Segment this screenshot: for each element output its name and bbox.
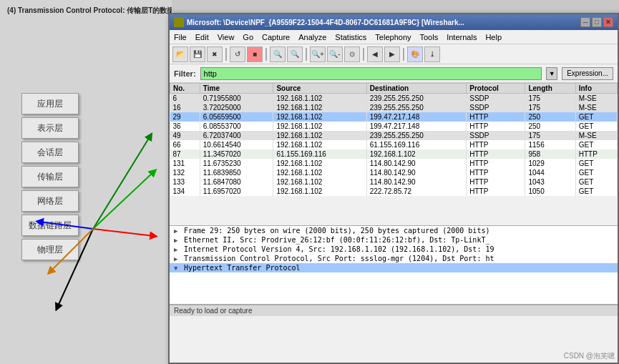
cell-info: M-SE bbox=[575, 103, 617, 112]
svg-line-5 bbox=[93, 172, 154, 229]
menu-item-help[interactable]: Help bbox=[484, 33, 503, 41]
cell-info: GET bbox=[575, 187, 617, 196]
toolbar-prev-packet[interactable]: ◀ bbox=[367, 46, 383, 62]
filter-input[interactable] bbox=[200, 67, 542, 80]
detail-row[interactable]: ▶Frame 29: 250 bytes on wire (2000 bits)… bbox=[170, 226, 618, 235]
detail-text: Frame 29: 250 bytes on wire (2000 bits),… bbox=[184, 227, 489, 235]
menu-item-internals[interactable]: Internals bbox=[445, 33, 478, 41]
table-row[interactable]: 163.72025000192.168.1.102239.255.255.250… bbox=[170, 103, 618, 112]
cell-proto: HTTP bbox=[467, 112, 525, 122]
top-label: (4) Transmission Control Protocol: 传输层T的… bbox=[7, 6, 172, 16]
table-row[interactable]: 8711.345702061.155.169.116192.168.1.102H… bbox=[170, 149, 618, 159]
detail-row[interactable]: ▶Internet Protocol Version 4, Src: 192.1… bbox=[170, 245, 618, 254]
expander-icon: ▶ bbox=[174, 227, 181, 235]
table-row[interactable]: 13411.6957020192.168.1.102222.72.85.72HT… bbox=[170, 187, 618, 196]
cell-time: 6.72037400 bbox=[200, 131, 273, 140]
maximize-button[interactable]: □ bbox=[592, 17, 602, 27]
cell-proto: HTTP bbox=[467, 140, 525, 149]
cell-dest: 192.168.1.102 bbox=[366, 149, 467, 159]
toolbar-close[interactable]: ✖ bbox=[207, 46, 223, 62]
title-bar: Microsoft: \Device\NPF_{A9559F22-1504-4F… bbox=[170, 14, 618, 30]
cell-dest: 114.80.142.90 bbox=[366, 168, 467, 177]
minimize-button[interactable]: ─ bbox=[580, 17, 590, 27]
col-time: Time bbox=[200, 84, 273, 94]
cell-time: 11.6957020 bbox=[200, 187, 273, 196]
col-no: No. bbox=[170, 84, 200, 94]
cell-no: 29 bbox=[170, 112, 200, 122]
cell-proto: HTTP bbox=[467, 177, 525, 187]
cell-source: 61.155.169.116 bbox=[273, 149, 366, 159]
toolbar-zoom-out[interactable]: 🔍- bbox=[327, 46, 343, 62]
table-row[interactable]: 496.72037400192.168.1.102239.255.255.250… bbox=[170, 131, 618, 140]
expander-icon: ▶ bbox=[174, 246, 181, 253]
cell-info: GET bbox=[575, 140, 617, 149]
cell-len: 1043 bbox=[525, 177, 575, 187]
cell-proto: HTTP bbox=[467, 149, 525, 159]
col-dest: Destination bbox=[366, 84, 467, 94]
menu-item-analyze[interactable]: Analyze bbox=[297, 33, 328, 41]
menu-item-telephony[interactable]: Telephony bbox=[374, 33, 412, 41]
table-row[interactable]: 60.71955800192.168.1.102239.255.255.250S… bbox=[170, 94, 618, 104]
toolbar: 📂 💾 ✖ ↺ ■ 🔍 🔍 🔍+ 🔍- ⊙ ◀ ▶ 🎨 ⤓ bbox=[170, 44, 618, 64]
packet-list[interactable]: No. Time Source Destination Protocol Len… bbox=[170, 83, 618, 226]
toolbar-next-packet[interactable]: ▶ bbox=[384, 46, 400, 62]
cell-time: 11.6839850 bbox=[200, 168, 273, 177]
toolbar-auto-scroll[interactable]: ⤓ bbox=[424, 46, 440, 62]
cell-no: 6 bbox=[170, 94, 200, 104]
cell-time: 3.72025000 bbox=[200, 103, 273, 112]
table-row[interactable]: 13211.6839850192.168.1.102114.80.142.90H… bbox=[170, 168, 618, 177]
layer-表示层: 表示层 bbox=[21, 117, 79, 139]
menu-item-capture[interactable]: Capture bbox=[260, 33, 291, 41]
toolbar-stop[interactable]: ■ bbox=[247, 46, 263, 62]
cell-info: GET bbox=[575, 159, 617, 168]
menu-item-tools[interactable]: Tools bbox=[419, 33, 440, 41]
filter-dropdown[interactable]: ▼ bbox=[546, 67, 557, 80]
toolbar-open[interactable]: 📂 bbox=[172, 46, 188, 62]
expander-icon: ▼ bbox=[174, 265, 181, 272]
close-button[interactable]: ✕ bbox=[603, 17, 613, 27]
cell-source: 192.168.1.102 bbox=[273, 177, 366, 187]
toolbar-zoom-normal[interactable]: ⊙ bbox=[344, 46, 360, 62]
menu-item-go[interactable]: Go bbox=[241, 33, 255, 41]
cell-dest: 222.72.85.72 bbox=[366, 187, 467, 196]
expression-button[interactable]: Expression... bbox=[562, 67, 613, 80]
table-row[interactable]: 6610.6614540192.168.1.10261.155.169.116H… bbox=[170, 140, 618, 149]
menu-item-statistics[interactable]: Statistics bbox=[333, 33, 368, 41]
detail-row[interactable]: ▶Transmission Control Protocol, Src Port… bbox=[170, 254, 618, 263]
col-source: Source bbox=[273, 84, 366, 94]
svg-line-0 bbox=[93, 136, 150, 229]
cell-dest: 114.80.142.90 bbox=[366, 159, 467, 168]
toolbar-colorize[interactable]: 🎨 bbox=[407, 46, 423, 62]
cell-len: 250 bbox=[525, 122, 575, 131]
cell-no: 132 bbox=[170, 168, 200, 177]
cell-proto: HTTP bbox=[467, 187, 525, 196]
toolbar-refresh[interactable]: ↺ bbox=[230, 46, 245, 62]
toolbar-zoom-in[interactable]: 🔍+ bbox=[310, 46, 326, 62]
cell-no: 16 bbox=[170, 103, 200, 112]
osi-layers: 应用层表示层会话层传输层网络层数据链路层物理层 bbox=[21, 93, 79, 260]
cell-dest: 239.255.255.250 bbox=[366, 94, 467, 104]
menu-item-view[interactable]: View bbox=[216, 33, 236, 41]
cell-info: GET bbox=[575, 122, 617, 131]
cell-no: 66 bbox=[170, 140, 200, 149]
cell-no: 134 bbox=[170, 187, 200, 196]
toolbar-display-filter[interactable]: 🔍 bbox=[287, 46, 303, 62]
table-row[interactable]: 366.08553700192.168.1.102199.47.217.148H… bbox=[170, 122, 618, 131]
layer-传输层: 传输层 bbox=[21, 166, 79, 187]
cell-source: 192.168.1.102 bbox=[273, 159, 366, 168]
menu-item-edit[interactable]: Edit bbox=[194, 33, 210, 41]
detail-text: Ethernet II, Src: Prodrive_26:12:bf (00:… bbox=[184, 236, 489, 244]
table-row[interactable]: 296.05659500192.168.1.102199.47.217.148H… bbox=[170, 112, 618, 122]
menu-item-file[interactable]: File bbox=[172, 33, 188, 41]
expander-icon: ▶ bbox=[174, 237, 181, 244]
cell-len: 175 bbox=[525, 94, 575, 104]
detail-row[interactable]: ▶Ethernet II, Src: Prodrive_26:12:bf (00… bbox=[170, 235, 618, 245]
cell-time: 0.71955800 bbox=[200, 94, 273, 104]
cell-dest: 61.155.169.116 bbox=[366, 140, 467, 149]
toolbar-save[interactable]: 💾 bbox=[190, 46, 205, 62]
cell-info: GET bbox=[575, 168, 617, 177]
table-row[interactable]: 13111.6735230192.168.1.102114.80.142.90H… bbox=[170, 159, 618, 168]
detail-row[interactable]: ▼Hypertext Transfer Protocol bbox=[170, 263, 618, 272]
toolbar-capture-filter[interactable]: 🔍 bbox=[270, 46, 286, 62]
table-row[interactable]: 13311.6847080192.168.1.102114.80.142.90H… bbox=[170, 177, 618, 187]
